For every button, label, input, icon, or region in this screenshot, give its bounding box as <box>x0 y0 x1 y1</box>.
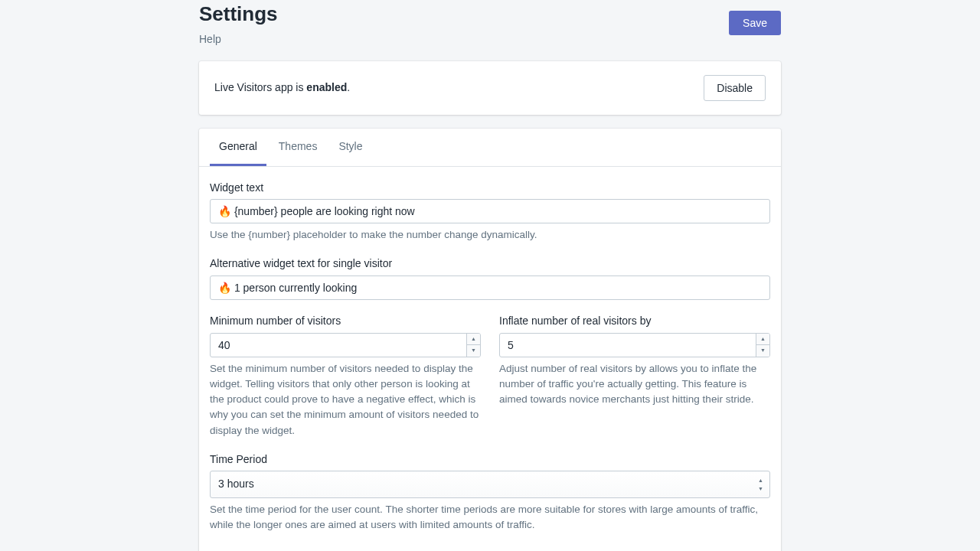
page-title: Settings <box>199 0 278 28</box>
field-time-period: Time Period 3 hours ▲▼ Set the time peri… <box>210 452 770 533</box>
field-widget-text: Widget text Use the {number} placeholder… <box>210 181 770 243</box>
alt-text-input[interactable] <box>210 276 770 300</box>
min-visitors-spinner: ▲ ▼ <box>466 334 480 357</box>
time-period-select[interactable]: 3 hours ▲▼ <box>210 471 770 498</box>
inflate-down-icon[interactable]: ▼ <box>756 345 769 357</box>
widget-text-input[interactable] <box>210 199 770 223</box>
status-suffix: . <box>347 81 350 93</box>
time-period-help: Set the time period for the user count. … <box>210 502 770 533</box>
inflate-label: Inflate number of real visitors by <box>499 314 770 329</box>
min-visitors-up-icon[interactable]: ▲ <box>467 334 480 346</box>
inflate-spinner: ▲ ▼ <box>756 334 769 357</box>
tabs: General Themes Style <box>199 129 781 167</box>
time-period-label: Time Period <box>210 452 770 468</box>
min-visitors-input[interactable] <box>210 333 481 357</box>
time-period-value: 3 hours <box>211 471 769 497</box>
status-state: enabled <box>306 81 347 93</box>
disable-button[interactable]: Disable <box>704 75 766 101</box>
status-card: Live Visitors app is enabled. Disable <box>199 61 781 115</box>
tab-style[interactable]: Style <box>329 129 371 166</box>
widget-text-help: Use the {number} placeholder to make the… <box>210 227 770 243</box>
select-arrows-icon: ▲▼ <box>758 477 763 493</box>
min-visitors-label: Minimum number of visitors <box>210 314 481 329</box>
inflate-up-icon[interactable]: ▲ <box>756 334 769 346</box>
help-link[interactable]: Help <box>199 32 278 47</box>
tab-general[interactable]: General <box>210 129 266 166</box>
field-inflate: Inflate number of real visitors by ▲ ▼ A… <box>499 314 770 407</box>
status-prefix: Live Visitors app is <box>214 81 306 93</box>
tab-themes[interactable]: Themes <box>270 129 327 166</box>
alt-text-label: Alternative widget text for single visit… <box>210 256 770 272</box>
field-min-visitors: Minimum number of visitors ▲ ▼ Set the m… <box>210 314 481 439</box>
inflate-help: Adjust number of real visitors by allows… <box>499 361 770 408</box>
min-visitors-down-icon[interactable]: ▼ <box>467 345 480 357</box>
save-button[interactable]: Save <box>729 11 781 35</box>
min-visitors-help: Set the minimum number of visitors neede… <box>210 361 481 439</box>
widget-text-label: Widget text <box>210 181 770 196</box>
inflate-input[interactable] <box>499 333 770 357</box>
page-header: Settings Help Save <box>199 0 781 61</box>
panel-general: Widget text Use the {number} placeholder… <box>199 167 781 551</box>
status-text: Live Visitors app is enabled. <box>214 80 350 96</box>
field-alt-text: Alternative widget text for single visit… <box>210 256 770 300</box>
settings-card: General Themes Style Widget text Use the… <box>199 129 781 551</box>
